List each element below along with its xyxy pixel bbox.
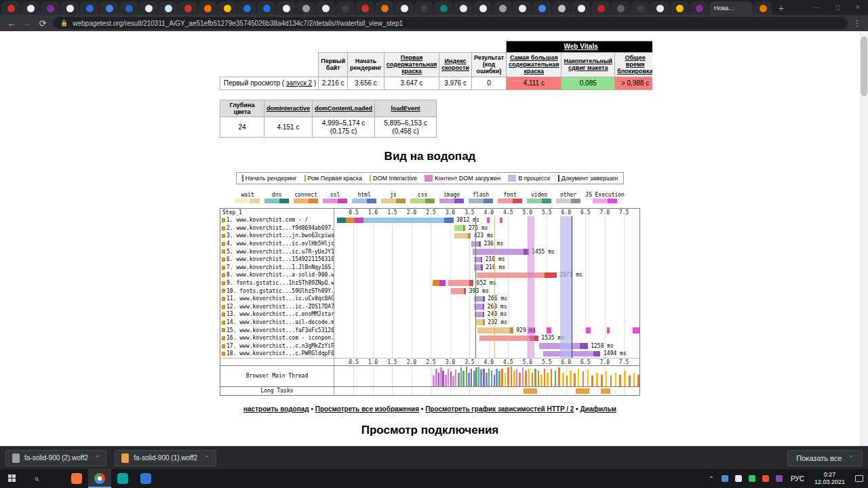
address-bar[interactable]: 🔒 webpagetest.org/result/210311_AiGY_ae5… xyxy=(53,17,848,29)
browser-tab[interactable] xyxy=(80,1,99,15)
depth-column-header[interactable]: loadEvent xyxy=(375,100,437,117)
request-row[interactable]: 10. fonts.gstatic...59UlhzSTh89Y.woff393… xyxy=(220,287,639,296)
browser-tab[interactable] xyxy=(60,1,79,15)
start-button[interactable] xyxy=(0,469,24,488)
download-item[interactable]: fa-solid-900 (1).woff2⌃ xyxy=(115,450,216,466)
taskbar-search-button[interactable]: ⌕ xyxy=(24,469,49,488)
taskbar-app-chrome[interactable] xyxy=(88,469,111,488)
close-icon[interactable]: ✕ xyxy=(848,4,868,11)
browser-tab[interactable] xyxy=(336,1,355,15)
browser-tab[interactable] xyxy=(218,1,237,15)
browser-tab[interactable] xyxy=(355,1,374,15)
metrics-column-header[interactable]: Самая большая содержательная краска xyxy=(507,52,561,77)
maximize-icon[interactable]: ▢ xyxy=(827,4,848,11)
browser-tab[interactable] xyxy=(434,1,453,15)
web-vitals-group-header[interactable]: Web Vitals xyxy=(507,41,652,53)
reload-button[interactable]: ⟳ xyxy=(37,18,48,28)
request-row[interactable]: 6. www.koverchist...1549221156316.jpg210… xyxy=(220,256,639,264)
request-row[interactable]: 14. www.koverchist...ail-decode.min.js23… xyxy=(220,319,639,327)
browser-tab[interactable] xyxy=(296,1,315,15)
browser-tab[interactable] xyxy=(316,1,335,15)
browser-tab[interactable] xyxy=(454,1,473,15)
browser-tab[interactable] xyxy=(198,1,217,15)
show-all-downloads-button[interactable]: Показать все ⌃ xyxy=(787,450,863,466)
timing-segment xyxy=(510,327,513,333)
request-row[interactable]: 4. www.koverchist...ic.evlHb5Hljc.png236… xyxy=(220,240,639,248)
browser-tab[interactable] xyxy=(277,1,296,15)
browser-tab[interactable] xyxy=(591,1,610,15)
browser-tab[interactable] xyxy=(257,1,276,15)
request-row[interactable]: 8. www.koverchist...a-solid-900.woff2207… xyxy=(220,271,639,279)
request-row[interactable]: 11. www.koverchist...ic.uCv8qc0AGj.png26… xyxy=(220,295,639,303)
metrics-column-header[interactable]: Первая содержательная краска xyxy=(384,52,439,77)
waterfall-link[interactable]: Просмотреть график зависимостей HTTP / 2 xyxy=(425,405,574,413)
request-row[interactable]: 2. www.koverchist...f9d8694ab697.css275 … xyxy=(220,224,639,232)
metrics-column-header[interactable]: Индекс скорости xyxy=(439,52,472,77)
browser-tab[interactable] xyxy=(1,1,20,15)
waterfall-link[interactable]: настроить водопад xyxy=(243,405,309,413)
tray-app-icon[interactable] xyxy=(722,475,728,482)
request-row[interactable]: 15. www.koverchist...faF3eFc53126c5.js92… xyxy=(220,327,639,335)
browser-tab[interactable] xyxy=(159,1,178,15)
browser-tab[interactable] xyxy=(395,1,414,15)
browser-tab[interactable] xyxy=(552,1,571,15)
language-indicator[interactable]: РУС xyxy=(786,475,809,483)
browser-tab[interactable] xyxy=(753,1,772,15)
back-button[interactable]: ← xyxy=(6,18,17,28)
taskbar-app-firefox[interactable] xyxy=(65,469,88,488)
browser-tab[interactable] xyxy=(21,1,40,15)
minimize-icon[interactable]: — xyxy=(807,4,827,11)
waterfall-link[interactable]: Диафильм xyxy=(580,405,616,413)
browser-tab[interactable] xyxy=(532,1,551,15)
tray-app-icon[interactable] xyxy=(735,475,742,482)
tray-chevron-up-icon[interactable]: ⌃ xyxy=(705,475,718,483)
browser-tab[interactable] xyxy=(493,1,512,15)
metrics-column-header[interactable]: Накопительный сдвиг макета xyxy=(561,52,615,77)
page-scrollbar[interactable] xyxy=(860,31,868,446)
browser-tab[interactable] xyxy=(611,1,630,15)
request-row[interactable]: 12. www.koverchist...ic.-ZOS17DA7V.png26… xyxy=(220,303,639,311)
taskbar-app-mail[interactable] xyxy=(111,469,134,488)
browser-tab[interactable] xyxy=(41,1,60,15)
request-row[interactable]: 7. www.koverchist...1.JlBnNqy16S.gif216 … xyxy=(220,264,639,272)
request-row[interactable]: 18. www.koverchist...c.PWRGldqpF0.webp14… xyxy=(220,350,639,358)
request-row[interactable]: 16. www.koverchist.com - iconpon.woff153… xyxy=(220,334,639,342)
request-row[interactable]: 1. www.koverchist.com - /3012 ms xyxy=(220,216,639,224)
request-row[interactable]: 13. www.koverchist...c.enoMMJstard.webp2… xyxy=(220,310,639,319)
browser-tab[interactable] xyxy=(631,1,650,15)
tray-app-icon[interactable] xyxy=(776,475,783,482)
new-tab-button[interactable]: + xyxy=(773,1,789,15)
tray-app-icon[interactable] xyxy=(762,475,769,482)
request-row[interactable]: 5. www.koverchist...ic.u7R-yUeJY1.png145… xyxy=(220,248,639,256)
browser-tab[interactable] xyxy=(414,1,433,15)
browser-tab[interactable] xyxy=(513,1,532,15)
browser-tab[interactable] xyxy=(178,1,197,15)
taskbar-app-edge[interactable] xyxy=(134,469,157,488)
browser-tab[interactable] xyxy=(139,1,158,15)
forward-button[interactable]: → xyxy=(22,18,33,28)
request-row[interactable]: 9. fonts.gstatic...1hzSTh89ZNpQ.woff652 … xyxy=(220,279,639,287)
browser-tab[interactable] xyxy=(670,1,689,15)
browser-tab[interactable] xyxy=(119,1,138,15)
taskbar-clock[interactable]: 0:27 12.03.2021 xyxy=(809,471,850,487)
browser-tab[interactable] xyxy=(572,1,591,15)
browser-tab[interactable] xyxy=(237,1,256,15)
tray-app-icon[interactable] xyxy=(749,475,755,482)
metrics-column-header[interactable]: Общее время блокировки xyxy=(615,52,652,77)
browser-tab[interactable] xyxy=(100,1,119,15)
action-center-button[interactable] xyxy=(850,469,868,488)
run-link[interactable]: запуск 2 xyxy=(286,79,312,87)
waterfall-link[interactable]: Просмотреть все изображения xyxy=(315,405,419,413)
browser-menu-icon[interactable]: ⋮ xyxy=(852,19,862,28)
active-tab[interactable]: Нова... xyxy=(709,1,753,15)
download-item[interactable]: fa-solid-900 (2).woff2⌃ xyxy=(5,450,106,466)
depth-column-header[interactable]: domContentLoaded xyxy=(313,100,375,117)
depth-column-header[interactable]: domInteractive xyxy=(264,100,313,117)
browser-tab[interactable] xyxy=(650,1,669,15)
request-row[interactable]: 3. www.koverchist...jn.bwo63cpiwa.js423 … xyxy=(220,232,639,240)
browser-tab[interactable] xyxy=(690,1,709,15)
browser-tab[interactable] xyxy=(473,1,492,15)
browser-tab[interactable] xyxy=(375,1,394,15)
request-row[interactable]: 17. www.koverchist...c.n3gMkZzYiP.webp12… xyxy=(220,342,639,350)
scrollbar-thumb[interactable] xyxy=(861,37,867,96)
